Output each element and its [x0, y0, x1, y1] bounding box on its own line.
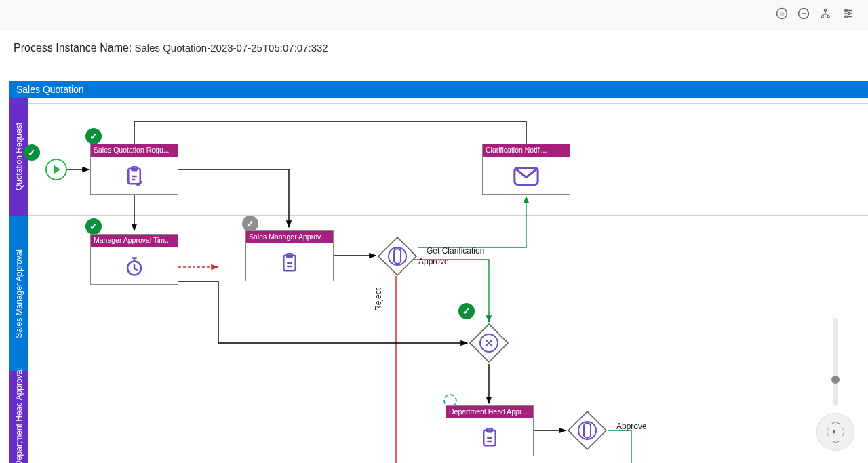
task-clarification-notification[interactable]: Clarification Notifi... [482, 144, 570, 195]
minus-icon[interactable] [797, 7, 810, 23]
svg-point-11 [848, 13, 850, 15]
gateway-label-approve: Approve [418, 257, 449, 266]
form-icon [446, 418, 533, 457]
form-icon [246, 243, 333, 282]
process-instance-label: Process Instance Name: [14, 42, 132, 54]
mail-icon [483, 157, 570, 195]
svg-point-7 [827, 16, 829, 18]
gateway-label-approve2: Approve [616, 422, 647, 431]
task-label: Clarification Notifi... [483, 144, 570, 157]
chevron-left-icon[interactable]: 〈 [821, 426, 830, 439]
pool-title: Sales Quotation [9, 81, 868, 98]
zoom-navigator[interactable]: ︿ ﹀ 〈 〉 ● [815, 318, 856, 451]
gateway-label-get-clarification: Get Clarification [427, 246, 484, 256]
form-icon [91, 157, 178, 195]
svg-point-9 [845, 9, 847, 12]
gateway-inclusive-1[interactable] [377, 236, 418, 277]
svg-marker-27 [378, 237, 416, 275]
task-label: Sales Quotation Requ... [91, 144, 178, 157]
status-check-gateway2: ✓ [458, 303, 475, 319]
start-event[interactable] [45, 159, 67, 180]
status-check-sales-mgr: ✓ [242, 216, 258, 232]
hierarchy-icon[interactable] [819, 7, 831, 23]
gateway-exclusive[interactable] [469, 323, 509, 363]
status-check-timer: ✓ [85, 218, 102, 235]
svg-point-13 [845, 16, 847, 18]
process-instance-value: Sales Quotation-2023-07-25T05:07:07:332 [134, 42, 328, 54]
pause-icon[interactable] [776, 7, 788, 23]
pan-dpad[interactable]: ︿ ﹀ 〈 〉 ● [816, 413, 854, 451]
lane-department-head-approval: Department Head Approval [9, 371, 28, 463]
diagram-area: Sales Quotation Quotation Request Sales … [9, 81, 868, 463]
task-label: Manager Approval Tim... [91, 235, 178, 247]
chevron-down-icon[interactable]: ﹀ [831, 437, 841, 449]
timer-icon [91, 247, 178, 285]
task-manager-approval-timer[interactable]: Manager Approval Tim... [90, 234, 178, 285]
status-check-start: ✓ [24, 144, 40, 161]
task-sales-manager-approval[interactable]: Sales Manager Approv... [245, 230, 334, 281]
center-dot-icon[interactable]: ● [832, 428, 836, 435]
settings-icon[interactable] [841, 7, 854, 23]
task-department-head-approval[interactable]: Department Head Appr... [446, 405, 534, 456]
chevron-up-icon[interactable]: ︿ [831, 416, 841, 428]
task-label: Sales Manager Approv... [246, 231, 333, 243]
task-sales-quotation-request[interactable]: Sales Quotation Requ... [90, 144, 178, 195]
bpmn-canvas[interactable]: ✓ ✓ Sales Quotation Requ... Clarificatio… [28, 98, 868, 463]
zoom-slider[interactable] [833, 318, 838, 406]
page-header: Process Instance Name: Sales Quotation-2… [0, 31, 868, 61]
status-check-task1: ✓ [85, 128, 102, 144]
gateway-label-reject: Reject [374, 288, 383, 311]
svg-point-5 [825, 9, 827, 11]
task-label: Department Head Appr... [446, 406, 533, 418]
gateway-inclusive-2[interactable] [567, 410, 608, 451]
chevron-right-icon[interactable]: 〉 [841, 426, 850, 439]
svg-marker-35 [568, 411, 606, 449]
svg-point-0 [777, 9, 787, 19]
top-toolbar [0, 0, 868, 31]
svg-point-6 [821, 16, 823, 18]
lane-sales-manager-approval: Sales Manager Approval [9, 216, 28, 371]
